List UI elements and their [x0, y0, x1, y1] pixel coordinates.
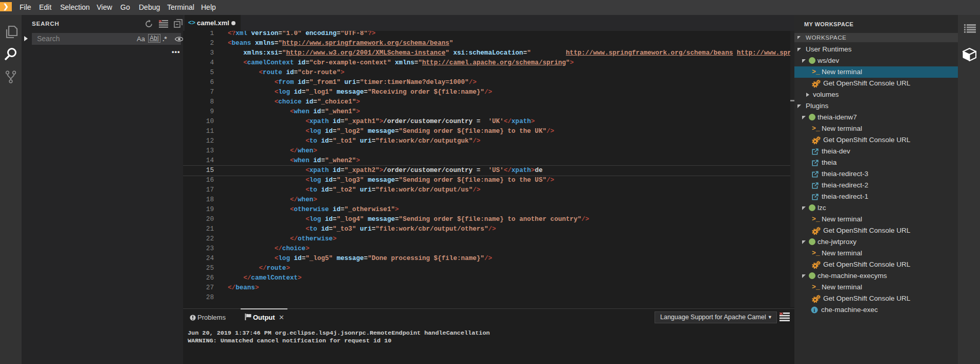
svg-text:i: i: [814, 307, 815, 313]
